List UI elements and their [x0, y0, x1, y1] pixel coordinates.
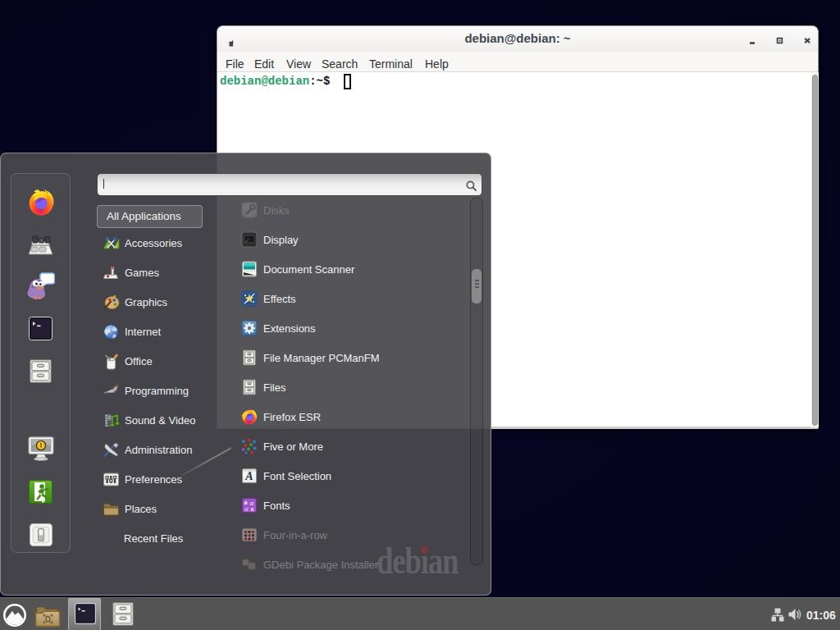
svg-text:a: a — [244, 504, 249, 513]
svg-text:A: A — [244, 470, 253, 482]
svg-text:a: a — [251, 505, 254, 513]
